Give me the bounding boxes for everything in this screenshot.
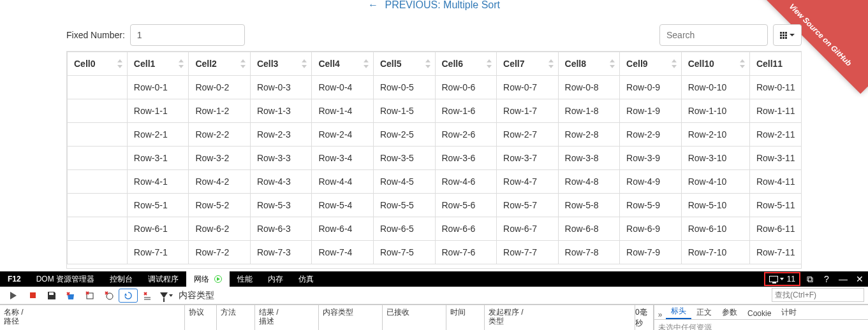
- col-content-type[interactable]: 内容类型: [319, 305, 383, 330]
- cell: Row-6-4: [312, 217, 374, 241]
- cell: Row-0-7: [497, 76, 559, 99]
- clear-cookies-button[interactable]: [99, 288, 119, 303]
- devtools-tab-emulation[interactable]: 仿真: [291, 271, 321, 287]
- cell: Row-7-7: [497, 241, 559, 264]
- cell: Row-6-11: [749, 217, 801, 241]
- detail-tab-params[interactable]: 参数: [717, 306, 742, 319]
- col-received[interactable]: 已接收: [383, 305, 446, 330]
- grid-icon: [780, 32, 787, 39]
- caret-down-icon: [790, 34, 795, 36]
- col-initiator-top: 发起程序 /: [489, 308, 649, 317]
- detail-tab-cookie[interactable]: Cookie: [742, 308, 776, 319]
- devtools-tab-debugger[interactable]: 调试程序: [140, 271, 186, 287]
- cell: Row-3-4: [312, 147, 374, 170]
- cell: Row-3-7: [497, 147, 559, 170]
- clear-cache-button[interactable]: [80, 288, 99, 303]
- devtools-attach-target[interactable]: 11: [764, 272, 800, 286]
- stop-icon: [30, 292, 36, 298]
- table-row[interactable]: Row-7-1Row-7-2Row-7-3Row-7-4Row-7-5Row-7…: [68, 241, 802, 264]
- content-type-filter-label: 内容类型: [179, 290, 214, 301]
- detail-tab-body[interactable]: 正文: [691, 306, 717, 319]
- column-header-cell6[interactable]: Cell6: [435, 52, 497, 76]
- export-har-button[interactable]: [42, 288, 61, 303]
- fixed-number-input[interactable]: [130, 24, 245, 46]
- sort-icon: [178, 59, 184, 68]
- column-header-cell1[interactable]: Cell1: [127, 52, 189, 76]
- col-initiator[interactable]: 发起程序 / 类型: [485, 305, 654, 330]
- devtools-tab-network-label: 网络: [194, 275, 209, 283]
- devtools-tab-bar: F12 DOM 资源管理器 控制台 调试程序 网络 性能 内存 仿真 11 ⧉ …: [0, 271, 868, 287]
- column-header-label: Cell7: [503, 59, 524, 69]
- detail-tab-timing[interactable]: 计时: [776, 306, 802, 319]
- devtools-help-button[interactable]: ?: [818, 271, 835, 287]
- cell: Row-1-1: [127, 99, 189, 123]
- devtools-tab-network[interactable]: 网络: [186, 271, 230, 287]
- previous-link[interactable]: ← PREVIOUS: Multiple Sort: [0, 0, 868, 10]
- devtools-close-button[interactable]: ✕: [851, 271, 868, 287]
- detail-tab-headers[interactable]: 标头: [666, 305, 691, 319]
- cell: Row-0-1: [127, 76, 189, 99]
- devtools-tab-performance[interactable]: 性能: [230, 271, 260, 287]
- column-header-cell4[interactable]: Cell4: [312, 52, 374, 76]
- column-header-label: Cell0: [74, 59, 95, 69]
- col-result[interactable]: 结果 / 描述: [255, 305, 319, 330]
- col-protocol[interactable]: 协议: [185, 305, 217, 330]
- clear-entries-button[interactable]: [138, 288, 157, 303]
- column-header-cell3[interactable]: Cell3: [250, 52, 312, 76]
- table-row[interactable]: Row-2-1Row-2-2Row-2-3Row-2-4Row-2-5Row-2…: [68, 123, 802, 147]
- column-header-cell0[interactable]: Cell0: [68, 52, 128, 76]
- table-row[interactable]: Row-6-1Row-6-2Row-6-3Row-6-4Row-6-5Row-6…: [68, 217, 802, 241]
- cell: Row-5-1: [127, 194, 189, 217]
- stop-capture-button[interactable]: [23, 288, 42, 303]
- devtools-tab-console[interactable]: 控制台: [102, 271, 140, 287]
- cell: Row-1-3: [250, 99, 312, 123]
- col-time[interactable]: 时间: [446, 305, 485, 330]
- devtools-undock-button[interactable]: ⧉: [802, 271, 818, 287]
- cell: Row-7-8: [558, 241, 620, 264]
- detail-placeholder: 未选中任何资源: [654, 319, 868, 330]
- devtools-find-input[interactable]: [772, 288, 864, 302]
- cell: Row-1-8: [558, 99, 620, 123]
- cell: Row-7-9: [620, 241, 682, 264]
- column-header-cell7[interactable]: Cell7: [497, 52, 559, 76]
- cell: Row-2-4: [312, 123, 374, 147]
- cell: Row-6-1: [127, 217, 189, 241]
- clear-session-button[interactable]: [61, 288, 80, 303]
- column-header-cell5[interactable]: Cell5: [373, 52, 435, 76]
- devtools-minimize-button[interactable]: —: [835, 271, 851, 287]
- column-header-cell2[interactable]: Cell2: [189, 52, 251, 76]
- table-row[interactable]: Row-4-1Row-4-2Row-4-3Row-4-4Row-4-5Row-4…: [68, 170, 802, 194]
- col-name-top: 名称 /: [4, 308, 180, 317]
- cell: Row-5-3: [250, 194, 312, 217]
- cell: [68, 123, 128, 147]
- table-scroll-area[interactable]: Cell0Cell1Cell2Cell3Cell4Cell5Cell6Cell7…: [67, 52, 801, 268]
- col-name[interactable]: 名称 / 路径: [0, 305, 185, 330]
- table-row[interactable]: Row-0-1Row-0-2Row-0-3Row-0-4Row-0-5Row-0…: [68, 76, 802, 99]
- table-row[interactable]: Row-3-1Row-3-2Row-3-3Row-3-4Row-3-5Row-3…: [68, 147, 802, 170]
- cell: Row-5-7: [497, 194, 559, 217]
- clear-on-navigate-button[interactable]: [119, 289, 138, 303]
- column-header-cell10[interactable]: Cell10: [681, 52, 749, 76]
- column-header-label: Cell2: [195, 59, 216, 69]
- cell: Row-4-8: [558, 170, 620, 194]
- table-row[interactable]: Row-1-1Row-1-2Row-1-3Row-1-4Row-1-5Row-1…: [68, 99, 802, 123]
- cell: Row-0-3: [250, 76, 312, 99]
- cell: Row-0-10: [681, 76, 749, 99]
- cell: Row-7-4: [312, 241, 374, 264]
- sort-icon: [486, 59, 492, 68]
- search-input[interactable]: [659, 24, 768, 46]
- column-header-cell11[interactable]: Cell11: [749, 52, 801, 76]
- cell: [68, 76, 128, 99]
- column-header-cell8[interactable]: Cell8: [558, 52, 620, 76]
- devtools-tab-memory[interactable]: 内存: [260, 271, 291, 287]
- table-row[interactable]: Row-5-1Row-5-2Row-5-3Row-5-4Row-5-5Row-5…: [68, 194, 802, 217]
- start-capture-button[interactable]: [4, 288, 23, 303]
- cell: Row-7-11: [749, 241, 801, 264]
- column-header-cell9[interactable]: Cell9: [620, 52, 682, 76]
- col-method[interactable]: 方法: [217, 305, 255, 330]
- cell: Row-5-4: [312, 194, 374, 217]
- toggle-view-button[interactable]: [773, 24, 802, 46]
- content-type-filter-button[interactable]: [157, 288, 176, 303]
- detail-expand-button[interactable]: »: [654, 310, 666, 319]
- devtools-tab-dom[interactable]: DOM 资源管理器: [29, 271, 102, 287]
